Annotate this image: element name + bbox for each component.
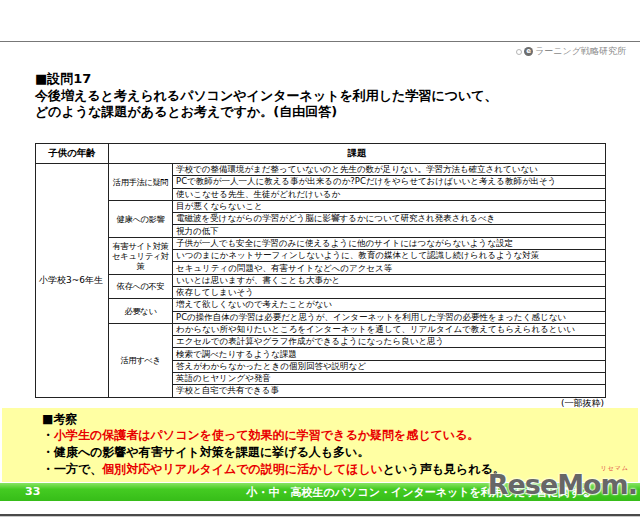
top-divider [0, 41, 640, 42]
analysis-bullet: ・小学生の保護者はパソコンを使って効果的に学習できるか疑問を感じている。 [42, 427, 638, 444]
answer-cell: いつのまにかネットサーフィンしないように、教育の媒体として認識し続けられるような… [173, 250, 606, 262]
category-cell: 活用すべき [109, 323, 173, 397]
answer-cell: エクセルでの表計算やグラフ作成ができるようになったら良いと思う [173, 336, 606, 348]
answer-cell: 依存してしまいそう [173, 286, 606, 298]
table-row: 有害サイト対策 セキュリティ対策 子供が一人でも安全に学習のみに使えるように他の… [36, 237, 606, 249]
answer-cell: わからない所や知りたいところをインターネットを通して、リアルタイムで教えてもらえ… [173, 323, 606, 335]
table-header-row: 子供の年齢 課題 [36, 144, 606, 164]
category-cell: 必要ない [109, 299, 173, 324]
answer-cell: 学校での整備環境がまだ整っていないのと先生の数が足りない。学習方法も確立されてい… [173, 164, 606, 176]
question-block: ■設問17 今後増えると考えられるパソコンやインターネットを利用した学習について… [35, 71, 498, 121]
answer-cell: セキュリティの問題や、有害サイトなどへのアクセス等 [173, 262, 606, 274]
table-row: 健康への影響 目が悪くならないこと [36, 200, 606, 212]
answer-cell: 増えて欲しくないので考えたことがない [173, 299, 606, 311]
table-row: 必要ない 増えて欲しくないので考えたことがない [36, 299, 606, 311]
col-header-issue: 課題 [109, 144, 606, 164]
answer-cell: 目が悪くならないこと [173, 200, 606, 212]
answer-cell: PCで教師が一人一人に教える事が出来るのか?PCだけをやらせておけばいいと考える… [173, 176, 606, 188]
page-number: 33 [25, 485, 40, 498]
age-group-cell: 小学校3~6年生 [36, 164, 109, 398]
col-header-age: 子供の年齢 [36, 144, 109, 164]
answer-cell: 学校と自宅で共有できる事 [173, 385, 606, 397]
table-row: 活用すべき わからない所や知りたいところをインターネットを通して、リアルタイムで… [36, 323, 606, 335]
answer-cell: 英語のヒヤリングや発音 [173, 373, 606, 385]
resemom-watermark: リセマム ReseMom. [488, 464, 637, 499]
category-cell: 健康への影響 [109, 200, 173, 237]
answer-cell: 検索で調べたりするような課題 [173, 348, 606, 360]
answer-cell: いいとは思いますが、書くことも大事かと [173, 274, 606, 286]
bullet-segment-red: 小学生の保護者はパソコンを使って効果的に学習できるか疑問を感じている。 [54, 428, 479, 442]
analysis-title: ■考察 [42, 411, 638, 427]
ring-icon [516, 49, 522, 55]
analysis-bullet: ・健康への影響や有害サイト対策を課題に挙げる人も多い。 [42, 444, 638, 461]
bullet-segment-red: 個別対応やリアルタイムでの説明に活かしてほしい [102, 462, 383, 476]
resemom-logo: ReseMom. [488, 469, 637, 500]
answers-table-wrap: 子供の年齢 課題 小学校3~6年生 活用手法に疑問 学校での整備環境がまだ整って… [35, 143, 606, 398]
answer-cell: 答えがわからなかったときの個別回答や説明など [173, 360, 606, 372]
answer-cell: 視力の低下 [173, 225, 606, 237]
brand-text: ラーニング戦略研究所 [535, 45, 626, 58]
answer-cell: 電磁波を受けながらの学習がどう脳に影響するかについて研究され発表されるべき [173, 213, 606, 225]
answers-table: 子供の年齢 課題 小学校3~6年生 活用手法に疑問 学校での整備環境がまだ整って… [35, 143, 606, 398]
question-line2: どのような課題があるとお考えですか。(自由回答) [35, 104, 498, 121]
answer-cell: 子供が一人でも安全に学習のみに使えるように他のサイトにはつながらないような設定 [173, 237, 606, 249]
e-logo-icon: e [524, 47, 533, 56]
table-row: 依存への不安 いいとは思いますが、書くことも大事かと [36, 274, 606, 286]
bullet-segment: という声も見られる。 [383, 462, 505, 476]
answer-cell: 使いこなせる先生、生徒がどれだけいるか [173, 188, 606, 200]
category-cell: 活用手法に疑問 [109, 164, 173, 201]
category-cell: 有害サイト対策 セキュリティ対策 [109, 237, 173, 274]
bottom-divider-light [0, 516, 640, 517]
question-line1: 今後増えると考えられるパソコンやインターネットを利用した学習について、 [35, 88, 498, 105]
report-slide: e ラーニング戦略研究所 ■設問17 今後増えると考えられるパソコンやインターネ… [0, 0, 640, 520]
elearning-lab-logo: e ラーニング戦略研究所 [516, 45, 626, 58]
bullet-segment: ・ [42, 428, 54, 442]
bullet-segment: ・一方で、 [42, 462, 102, 476]
bullet-segment: ・健康への影響や有害サイト対策を課題に挙げる人も多い。 [42, 445, 369, 459]
answer-cell: PCの操作自体の学習は必要だと思うが、インターネットを利用した学習の必要性をまっ… [173, 311, 606, 323]
question-number: ■設問17 [35, 71, 498, 88]
category-cell: 依存への不安 [109, 274, 173, 299]
table-row: 小学校3~6年生 活用手法に疑問 学校での整備環境がまだ整っていないのと先生の数… [36, 164, 606, 176]
